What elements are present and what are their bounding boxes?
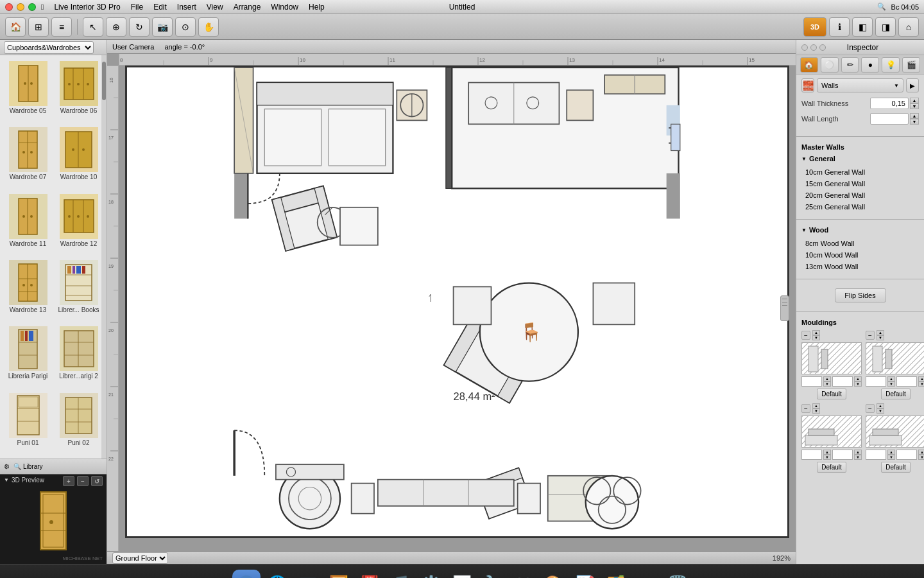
library-item-libreria-arigi2[interactable]: Librer...arigi 2 (53, 323, 104, 389)
thickness-down[interactable]: ▼ (910, 103, 919, 109)
length-down[interactable]: ▼ (910, 119, 919, 125)
tools-gear[interactable]: ⚙ (4, 463, 10, 470)
moulding-right-v-down[interactable]: ▼ (918, 381, 924, 387)
panel-left-button[interactable]: ◧ (852, 17, 873, 37)
moulding-bl-h-input[interactable] (801, 450, 822, 460)
spotlight-icon[interactable]: 🔍 (877, 3, 886, 11)
tab-paint[interactable]: ✏ (841, 57, 859, 73)
moulding-br-down[interactable]: ▼ (877, 408, 884, 414)
minimize-button[interactable] (17, 3, 24, 11)
dock-trash[interactable]: 🗑️ (663, 570, 692, 579)
tab-object[interactable]: 🏠 (800, 57, 818, 73)
moulding-bl-h-up[interactable]: ▲ (823, 450, 831, 455)
moulding-right-down[interactable]: ▼ (877, 335, 884, 340)
moulding-right-v-up[interactable]: ▲ (918, 376, 924, 381)
dock-app1[interactable]: ⚙️ (417, 570, 445, 579)
moulding-br-h-input[interactable] (866, 450, 886, 460)
wall-item-13cm-wood[interactable]: 13cm Wood Wall (801, 261, 919, 272)
library-scrollbar[interactable] (101, 55, 107, 459)
menu-view[interactable]: View (207, 3, 223, 12)
moulding-br-v-input[interactable] (896, 450, 917, 460)
traffic-lights[interactable] (5, 3, 36, 11)
inspector-scroll-container[interactable]: 🧱 Walls ▼ ▶ Wall Thickness ▲ ▼ (796, 74, 924, 564)
tab-camera[interactable]: 🎬 (902, 57, 920, 73)
moulding-left-h-input[interactable] (801, 376, 822, 387)
moulding-bl-v-down[interactable]: ▼ (854, 455, 862, 460)
moulding-br-minus[interactable]: − (866, 404, 875, 413)
general-header[interactable]: ▼ General (801, 155, 919, 162)
home-view-button[interactable]: ⌂ (898, 17, 919, 37)
category-dropdown[interactable]: Cupboards&Wardrobes (4, 41, 94, 54)
moulding-right-h-down[interactable]: ▼ (887, 381, 895, 387)
moulding-right-h-input[interactable] (866, 376, 886, 387)
moulding-bl-v-input[interactable] (832, 450, 853, 460)
hand-tool[interactable]: ✋ (198, 17, 219, 37)
moulding-left-v-input[interactable] (832, 376, 853, 387)
home-button[interactable]: 🏠 (5, 17, 26, 37)
moulding-right-h-up[interactable]: ▲ (887, 376, 895, 381)
dock-app5[interactable]: 🎨 (540, 570, 569, 579)
category-selector[interactable]: Cupboards&Wardrobes (0, 40, 107, 55)
add-object-button[interactable]: ⊕ (106, 17, 126, 37)
moulding-br-h-down[interactable]: ▼ (887, 455, 895, 460)
moulding-br-v-up[interactable]: ▲ (918, 450, 924, 455)
moulding-left-h-up[interactable]: ▲ (823, 376, 831, 381)
wall-item-10cm-wood[interactable]: 10cm Wood Wall (801, 249, 919, 261)
3d-view-button[interactable]: 3D (803, 17, 826, 37)
library-item-puni-02[interactable]: Puni 02 (53, 390, 104, 456)
wall-length-input[interactable] (870, 113, 909, 125)
moulding-br-up[interactable]: ▲ (877, 403, 884, 408)
moulding-left-h-down[interactable]: ▼ (823, 381, 831, 387)
wall-item-20cm-general[interactable]: 20cm General Wall (801, 189, 919, 201)
select-tool[interactable]: ↖ (83, 17, 103, 37)
layout-button[interactable]: ⊞ (28, 17, 49, 37)
dock-app6[interactable]: 📝 (571, 570, 599, 579)
resize-handle[interactable] (780, 295, 789, 321)
zoom-in-preview[interactable]: + (63, 476, 74, 486)
wall-item-25cm-general[interactable]: 25cm General Wall (801, 201, 919, 213)
moulding-left-default-button[interactable]: Default (817, 389, 846, 399)
wall-thickness-input[interactable] (870, 98, 909, 109)
wall-item-10cm-general[interactable]: 10cm General Wall (801, 166, 919, 178)
panel-right-button[interactable]: ◨ (875, 17, 896, 37)
dock-app3[interactable]: 🔧 (479, 570, 507, 579)
library-item-wardrobe-07[interactable]: Wardrobe 07 (3, 124, 53, 190)
zoom-out-preview[interactable]: − (77, 476, 89, 486)
moulding-left-v-down[interactable]: ▼ (854, 381, 862, 387)
moulding-bl-down[interactable]: ▼ (812, 408, 820, 414)
moulding-left-up[interactable]: ▲ (812, 330, 820, 335)
dock-photos[interactable]: 🖼️ (325, 570, 353, 579)
menu-help[interactable]: Help (309, 3, 325, 12)
library-item-wardrobe-05[interactable]: Wardrobe 05 (3, 58, 53, 124)
dock-calendar[interactable]: 📅 (355, 570, 384, 579)
tools-search[interactable]: 🔍 Library (13, 463, 43, 470)
camera-button[interactable]: 📷 (152, 17, 173, 37)
walls-icon[interactable]: 🧱 (801, 78, 814, 92)
floor-select[interactable]: Ground Floor (112, 552, 168, 564)
moulding-bl-h-down[interactable]: ▼ (823, 455, 831, 460)
moulding-right-default-button[interactable]: Default (881, 389, 911, 399)
moulding-left-down[interactable]: ▼ (812, 335, 820, 340)
wall-item-8cm-wood[interactable]: 8cm Wood Wall (801, 238, 919, 249)
moulding-left-minus[interactable]: − (801, 331, 810, 340)
walls-settings[interactable]: ▶ (906, 78, 919, 92)
menu-apple[interactable]:  (41, 3, 44, 12)
moulding-bl-v-up[interactable]: ▲ (854, 450, 862, 455)
menu-edit[interactable]: Edit (153, 3, 167, 12)
tab-material[interactable]: ⚪ (821, 57, 839, 73)
menu-file[interactable]: File (131, 3, 143, 12)
moulding-br-v-down[interactable]: ▼ (918, 455, 924, 460)
library-item-wardrobe-11[interactable]: Wardrobe 11 (3, 191, 53, 257)
close-button[interactable] (5, 3, 13, 11)
moulding-br-h-up[interactable]: ▲ (887, 450, 895, 455)
library-item-libreria-parigi[interactable]: Libreria Parigi (3, 323, 53, 389)
moulding-bl-minus[interactable]: − (801, 404, 810, 413)
moulding-right-v-input[interactable] (896, 376, 917, 387)
dock-app8[interactable]: 💻 (633, 570, 661, 579)
wall-item-15cm-general[interactable]: 15cm General Wall (801, 178, 919, 189)
moulding-right-minus[interactable]: − (866, 331, 875, 340)
library-item-wardrobe-06[interactable]: Wardrobe 06 (53, 58, 104, 124)
library-item-puni-01[interactable]: Puni 01 (3, 390, 53, 456)
wood-header[interactable]: ▼ Wood (801, 226, 919, 234)
menu-app[interactable]: Live Interior 3D Pro (54, 3, 120, 12)
